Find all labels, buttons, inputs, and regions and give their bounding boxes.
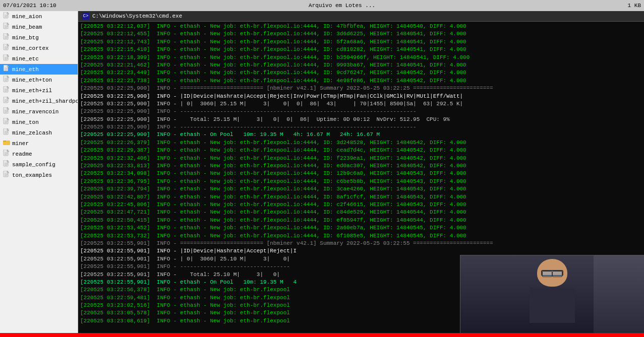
file-item-miner[interactable]: miner [0,138,78,149]
file-item-mine_eth+zil[interactable]: mine_eth+zil [0,85,78,96]
terminal-line: [220525 03:22:25,900] INFO - ===========… [78,85,644,92]
bat-icon [3,128,10,137]
person-head [537,259,567,287]
file-item-mine_eth[interactable]: mine_eth [0,64,78,75]
terminal-line: [220525 03:22:45,806] INFO - ethash - Ne… [78,201,644,209]
file-item-label: mine_cortex [12,45,49,51]
webcam-overlay [460,255,644,333]
terminal-line: [220525 03:22:39,794] INFO - ethash - Ne… [78,185,644,193]
file-item-label: mine_eth+ton [12,77,52,83]
webcam-person [460,255,644,333]
file-item-ton_examples[interactable]: ton_examples [0,170,78,180]
terminal-line: [220525 03:22:33,813] INFO - ethash - Ne… [78,162,644,170]
terminal-line: [220525 03:22:18,399] INFO - ethash - Ne… [78,54,644,61]
bat-icon [3,107,10,116]
terminal-line: [220525 03:22:12,455] INFO - ethash - Ne… [78,30,644,38]
terminal-line: [220525 03:22:12,743] INFO - ethash - Ne… [78,38,644,46]
terminal-line: [220525 03:22:23,738] INFO - ethash - Ne… [78,77,644,85]
file-item-label: mine_eth+zil_shardpool [12,98,78,104]
terminal-line: [220525 03:22:15,410] INFO - ethash - Ne… [78,46,644,53]
file-item-label: mine_ravencoin [12,109,58,115]
file-item-mine_beam[interactable]: mine_beam [0,22,78,32]
terminal-line: [220525 03:22:29,387] INFO - ethash - Ne… [78,147,644,154]
person-body [530,288,575,323]
file-item-label: mine_eth [12,66,39,73]
terminal-line: [220525 03:22:36,795] INFO - ethash - Ne… [78,178,644,185]
terminal-line: [220525 03:22:34,098] INFO - ethash - Ne… [78,170,644,177]
file-item-mine_ton[interactable]: mine_ton [0,117,78,127]
bottom-progress-bar [0,333,644,337]
cmd-icon: C> [82,13,89,20]
bat-icon [3,33,10,42]
file-item-mine_eth+zil_shardpool[interactable]: mine_eth+zil_shardpool [0,96,78,106]
terminal-line: [220525 03:22:25,900] INFO - -----------… [78,123,644,131]
file-item-label: miner [12,141,29,147]
terminal-line: [220525 03:22:21,462] INFO - ethash - Ne… [78,61,644,69]
terminal-line: [220525 03:22:25,900] INFO - |ID|Device|… [78,93,644,100]
file-item-mine_eth+ton[interactable]: mine_eth+ton [0,75,78,85]
file-item-mine_cortex[interactable]: mine_cortex [0,43,78,53]
file-item-mine_ravencoin[interactable]: mine_ravencoin [0,106,78,117]
top-bar: 07/01/2021 10:10 Arquivo em Lotes ... 1 … [0,0,644,11]
bat-icon [3,23,10,31]
terminal-line: [220525 03:22:42,807] INFO - ethash - Ne… [78,193,644,201]
bat-icon [3,12,10,21]
terminal-line: [220525 03:22:32,406] INFO - ethash - Ne… [78,155,644,162]
folder-icon [3,139,10,148]
file-item-label: ton_examples [12,172,52,178]
terminal-line: [220525 03:22:50,415] INFO - ethash - Ne… [78,217,644,224]
svg-rect-49 [3,141,6,142]
webcam-background [594,255,644,333]
terminal-line: [220525 03:22:25,900] INFO - Total: 25.1… [78,116,644,123]
terminal-line: [220525 03:22:55,901] INFO - |ID|Device|… [78,247,644,255]
bat-icon [3,97,10,105]
terminal-line: [220525 03:22:26,379] INFO - ethash - Ne… [78,139,644,147]
terminal-line: [220525 03:22:25,900] INFO - -----------… [78,108,644,115]
terminal-line: [220525 03:22:53,732] INFO - ethash - Ne… [78,232,644,240]
person-glasses [541,270,563,276]
terminal-line: [220525 03:22:23,449] INFO - ethash - Ne… [78,69,644,77]
terminal-line: [220525 03:22:47,721] INFO - ethash - Ne… [78,209,644,216]
bat-icon [3,118,10,126]
terminal-line: [220525 03:22:25,900] INFO - | 0| 3060| … [78,100,644,108]
file-item-label: readme [12,151,32,157]
terminal-titlebar: C> C:\Windows\System32\cmd.exe [78,11,644,22]
file-item-label: mine_zelcash [12,130,52,136]
file-item-mine_aion[interactable]: mine_aion [0,11,78,22]
bat-icon [3,65,10,74]
terminal-line: [220525 03:22:12,037] INFO - ethash - Ne… [78,23,644,30]
file-item-label: mine_aion [12,14,42,20]
file-panel: mine_aionmine_beammine_btgmine_cortexmin… [0,11,78,333]
file-item-sample_config[interactable]: sample_config [0,159,78,170]
person-silhouette [522,259,582,329]
file-item-label: mine_etc [12,56,39,62]
terminal-wrapper: C> C:\Windows\System32\cmd.exe [220525 0… [78,11,644,333]
file-item-readme[interactable]: readme [0,149,78,159]
bat-icon [3,54,10,63]
bat-icon [3,86,10,95]
terminal-title: C:\Windows\System32\cmd.exe [92,13,182,19]
file-item-mine_btg[interactable]: mine_btg [0,32,78,43]
bat-icon [3,76,10,84]
bat-icon [3,160,10,169]
top-bar-date: 07/01/2021 10:10 [3,3,56,9]
top-bar-filename: Arquivo em Lotes ... [67,3,618,9]
top-bar-size: 1 KB [628,3,641,9]
file-item-label: mine_beam [12,24,42,30]
file-item-mine_etc[interactable]: mine_etc [0,53,78,64]
terminal-line: [220525 03:22:25,900] INFO - ethash - On… [78,131,644,139]
file-item-label: mine_btg [12,35,39,41]
terminal-content[interactable]: [220525 03:22:12,037] INFO - ethash - Ne… [78,22,644,333]
file-item-label: sample_config [12,162,55,168]
bat-icon [3,150,10,158]
terminal-line: [220525 03:22:55,901] INFO - ===========… [78,240,644,247]
terminal-line: [220525 03:22:53,452] INFO - ethash - Ne… [78,224,644,232]
file-item-label: mine_eth+zil [12,88,52,94]
file-item-label: mine_ton [12,119,39,125]
bat-icon [3,44,10,52]
file-item-mine_zelcash[interactable]: mine_zelcash [0,127,78,138]
main-area: mine_aionmine_beammine_btgmine_cortexmin… [0,11,644,333]
bat-icon [3,171,10,179]
